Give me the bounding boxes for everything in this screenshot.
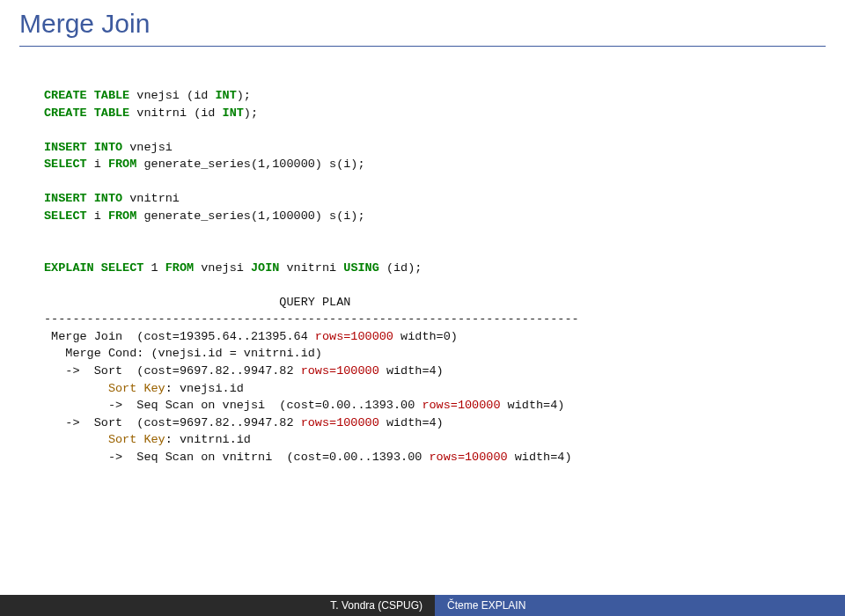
footer: T. Vondra (CSPUG) Čteme EXPLAIN xyxy=(0,595,845,616)
slide: Merge Join CREATE TABLE vnejsi (id INT);… xyxy=(0,0,845,616)
kw-select: SELECT xyxy=(44,158,87,171)
rows-estimate: rows=100000 xyxy=(315,330,393,343)
kw-insert: INSERT INTO xyxy=(44,141,122,154)
sort-key: Sort Key xyxy=(44,433,165,446)
kw-create: CREATE TABLE xyxy=(44,89,129,102)
kw-explain: EXPLAIN SELECT xyxy=(44,261,143,275)
sort-key: Sort Key xyxy=(44,382,165,395)
content: CREATE TABLE vnejsi (id INT); CREATE TAB… xyxy=(0,50,845,616)
kw-insert: INSERT INTO xyxy=(44,192,122,205)
rows-estimate: rows=100000 xyxy=(429,451,507,464)
rows-estimate: rows=100000 xyxy=(301,364,379,378)
code-block: CREATE TABLE vnejsi (id INT); CREATE TAB… xyxy=(44,87,801,466)
title-area: Merge Join xyxy=(0,0,845,50)
title-rule xyxy=(19,46,826,47)
footer-author: T. Vondra (CSPUG) xyxy=(0,595,435,616)
plan-header: QUERY PLAN xyxy=(44,296,350,309)
kw-create: CREATE TABLE xyxy=(44,106,129,120)
kw-select: SELECT xyxy=(44,209,87,223)
rows-estimate: rows=100000 xyxy=(301,416,379,429)
page-title: Merge Join xyxy=(19,9,826,39)
rows-estimate: rows=100000 xyxy=(422,399,500,412)
plan-sep: ----------------------------------------… xyxy=(44,312,579,326)
footer-title: Čteme EXPLAIN xyxy=(435,595,845,616)
